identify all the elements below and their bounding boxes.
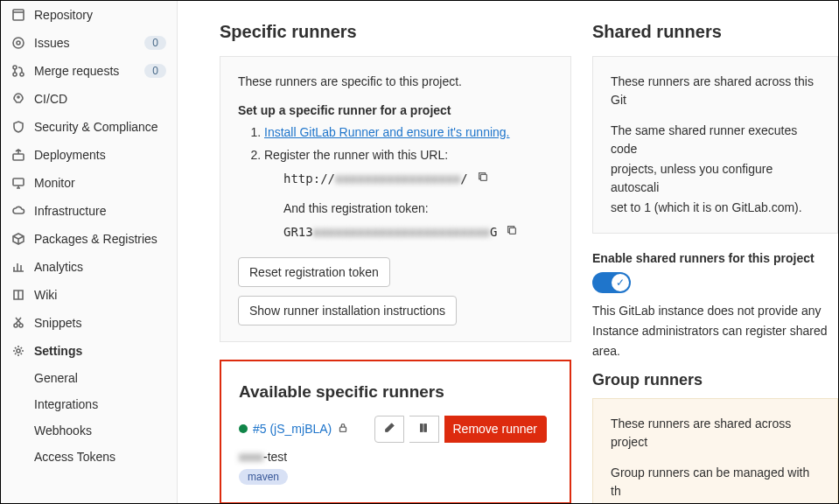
copy-url-icon[interactable] (477, 169, 489, 188)
sidebar-label: Settings (34, 344, 166, 358)
sidebar-item-settings[interactable]: Settings (1, 337, 177, 365)
monitor-icon (11, 176, 25, 190)
available-runners-title: Available specific runners (239, 382, 552, 402)
sidebar-label: CI/CD (34, 92, 166, 106)
available-runners-box: Available specific runners #5 (jS_mjBLA)… (220, 360, 571, 503)
runner-name: xxxx-test (239, 450, 552, 464)
sidebar-sub-access-tokens[interactable]: Access Tokens (1, 444, 177, 470)
shared-runners-panel: These runners are shared across this Git… (592, 56, 838, 234)
sidebar-item-snippets[interactable]: Snippets (1, 309, 177, 337)
sidebar-label: Snippets (34, 316, 166, 330)
sidebar-label: Infrastructure (34, 204, 166, 218)
sidebar-sub-integrations[interactable]: Integrations (1, 391, 177, 417)
runner-url: http://xxxxxxxxxxxxxxxxx/ (264, 169, 553, 188)
merge-icon (11, 64, 25, 78)
check-icon: ✓ (612, 274, 629, 291)
svg-point-2 (17, 41, 20, 45)
sidebar: Repository Issues0 Merge requests0 CI/CD… (1, 1, 178, 503)
sidebar-item-security[interactable]: Security & Compliance (1, 113, 177, 141)
pause-runner-button[interactable] (409, 416, 439, 443)
sidebar-item-monitor[interactable]: Monitor (1, 169, 177, 197)
sidebar-label: Issues (34, 36, 144, 50)
svg-point-3 (13, 66, 17, 69)
remove-runner-button[interactable]: Remove runner (444, 416, 548, 443)
gear-icon (11, 344, 25, 358)
book-icon (11, 288, 25, 302)
svg-rect-15 (421, 424, 423, 432)
edit-runner-button[interactable] (374, 416, 404, 443)
install-runner-link[interactable]: Install GitLab Runner and ensure it's ru… (264, 125, 510, 139)
snippet-icon (11, 316, 25, 330)
sidebar-item-cicd[interactable]: CI/CD (1, 85, 177, 113)
sidebar-item-wiki[interactable]: Wiki (1, 281, 177, 309)
sidebar-label: Packages & Registries (34, 232, 166, 246)
rocket-icon (11, 92, 25, 106)
shield-icon (11, 120, 25, 134)
setup-heading: Set up a specific runner for a project (238, 103, 553, 117)
deploy-icon (11, 148, 25, 162)
sidebar-sub-webhooks[interactable]: Webhooks (1, 417, 177, 444)
package-icon (11, 232, 25, 246)
sidebar-item-packages[interactable]: Packages & Registries (1, 225, 177, 253)
shared-desc-3: projects, unless you configure autoscali (611, 160, 820, 197)
sidebar-label: Deployments (34, 148, 166, 162)
svg-rect-8 (13, 178, 24, 186)
svg-rect-7 (13, 154, 24, 160)
registration-token: GR13xxxxxxxxxxxxxxxxxxxxxxxxG (264, 222, 553, 242)
sidebar-item-merge-requests[interactable]: Merge requests0 (1, 57, 177, 85)
shared-desc-1: These runners are shared across this Git (611, 73, 820, 109)
count-badge: 0 (144, 36, 166, 50)
group-desc-1: These runners are shared across project (611, 415, 820, 452)
sidebar-label: Security & Compliance (34, 120, 166, 134)
shared-runners-title: Shared runners (592, 22, 838, 42)
sidebar-label: Repository (34, 8, 166, 22)
svg-point-5 (20, 73, 24, 76)
cloud-icon (11, 204, 25, 218)
sidebar-item-repository[interactable]: Repository (1, 1, 177, 29)
lock-icon (337, 422, 349, 437)
pencil-icon (383, 423, 395, 437)
svg-rect-13 (510, 228, 516, 234)
svg-rect-12 (480, 174, 486, 180)
no-shared-3: area. (592, 342, 838, 360)
svg-point-6 (17, 96, 19, 98)
svg-rect-0 (13, 10, 24, 20)
svg-point-1 (13, 38, 24, 48)
enable-shared-toggle[interactable]: ✓ (592, 272, 631, 293)
svg-point-4 (13, 73, 17, 76)
sidebar-label: Monitor (34, 176, 166, 190)
svg-point-11 (17, 349, 20, 353)
status-dot-online (239, 424, 248, 433)
chart-icon (11, 260, 25, 274)
main-content: Specific runners These runners are speci… (178, 1, 838, 503)
pause-icon (417, 423, 430, 437)
specific-runners-panel: These runners are specific to this proje… (220, 56, 571, 342)
repository-icon (11, 8, 25, 22)
reset-token-button[interactable]: Reset registration token (238, 257, 390, 287)
group-desc-2: Group runners can be managed with th (611, 464, 820, 500)
show-instructions-button[interactable]: Show runner installation instructions (238, 296, 457, 326)
specific-runners-title: Specific runners (220, 22, 571, 42)
sidebar-sub-general[interactable]: General (1, 365, 177, 391)
svg-point-9 (14, 324, 17, 327)
sidebar-label: Wiki (34, 288, 166, 302)
enable-shared-label: Enable shared runners for this project (592, 251, 838, 265)
sidebar-item-infrastructure[interactable]: Infrastructure (1, 197, 177, 225)
shared-desc-4: set to 1 (which it is on GitLab.com). (611, 199, 820, 217)
sidebar-item-analytics[interactable]: Analytics (1, 253, 177, 281)
sidebar-label: Analytics (34, 260, 166, 274)
no-shared-1: This GitLab instance does not provide an… (592, 302, 838, 320)
specific-desc: These runners are specific to this proje… (238, 73, 553, 91)
shared-desc-2: The same shared runner executes code (611, 122, 820, 158)
sidebar-item-deployments[interactable]: Deployments (1, 141, 177, 169)
sidebar-item-issues[interactable]: Issues0 (1, 29, 177, 57)
group-runners-panel: These runners are shared across project … (592, 398, 838, 503)
svg-rect-16 (424, 424, 427, 432)
runner-id-link[interactable]: #5 (jS_mjBLA) (253, 422, 332, 436)
count-badge: 0 (144, 64, 166, 78)
issues-icon (11, 36, 25, 50)
sidebar-label: Merge requests (34, 64, 144, 78)
no-shared-2: Instance administrators can register sha… (592, 322, 838, 340)
register-url-label: Register the runner with this URL: (264, 148, 448, 162)
copy-token-icon[interactable] (506, 222, 518, 242)
